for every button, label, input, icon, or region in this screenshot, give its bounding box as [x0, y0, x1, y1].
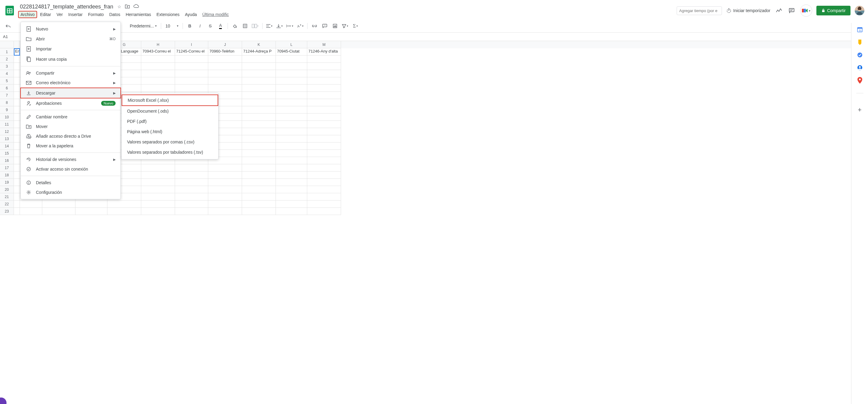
cell[interactable]	[141, 186, 175, 193]
cell[interactable]	[307, 172, 341, 179]
cell[interactable]	[276, 128, 307, 135]
merge-button[interactable]: ▾	[251, 22, 260, 30]
row-header[interactable]: 21	[0, 193, 14, 201]
cell[interactable]	[242, 77, 276, 85]
font-select[interactable]: Predetermi...▾	[128, 23, 158, 29]
cell[interactable]	[276, 208, 307, 215]
cell[interactable]	[242, 56, 276, 63]
col-header[interactable]: K	[242, 41, 276, 48]
link-button[interactable]	[310, 22, 319, 30]
font-size-select[interactable]: 10▾	[163, 23, 180, 29]
cell[interactable]	[276, 186, 307, 193]
cell[interactable]	[14, 56, 20, 63]
cell[interactable]	[175, 70, 208, 77]
cell[interactable]	[276, 106, 307, 114]
cell[interactable]	[14, 121, 20, 128]
chart-button[interactable]	[331, 22, 340, 30]
row-header[interactable]: 19	[0, 179, 14, 186]
addons-button[interactable]: +	[858, 106, 862, 114]
cell[interactable]	[14, 157, 20, 164]
row-header[interactable]: 5	[0, 77, 14, 85]
cell[interactable]	[175, 56, 208, 63]
cell[interactable]	[14, 92, 20, 99]
cell[interactable]	[14, 128, 20, 135]
row-header[interactable]: 23	[0, 208, 14, 215]
cloud-icon[interactable]	[133, 4, 139, 9]
cell[interactable]	[307, 70, 341, 77]
cell[interactable]	[307, 121, 341, 128]
cell[interactable]	[107, 201, 141, 208]
move-icon[interactable]	[125, 4, 130, 9]
menu-approvals[interactable]: Aprobaciones Nuevo	[21, 98, 120, 108]
cell[interactable]	[175, 85, 208, 92]
cell[interactable]	[208, 186, 242, 193]
submenu-xlsx[interactable]: Microsoft Excel (.xlsx)	[122, 94, 218, 106]
submenu-pdf[interactable]: PDF (.pdf)	[122, 116, 218, 126]
row-header[interactable]: 8	[0, 99, 14, 106]
row-header[interactable]: 15	[0, 150, 14, 157]
row-header[interactable]: 20	[0, 186, 14, 193]
cell[interactable]	[242, 114, 276, 121]
row-header[interactable]: 2	[0, 56, 14, 63]
row-header[interactable]: 11	[0, 121, 14, 128]
col-header[interactable]: L	[276, 41, 307, 48]
cell[interactable]	[276, 56, 307, 63]
cell[interactable]	[208, 63, 242, 70]
cell[interactable]	[14, 77, 20, 85]
cell[interactable]	[307, 92, 341, 99]
cell[interactable]	[242, 157, 276, 164]
cell[interactable]	[276, 70, 307, 77]
col-header[interactable]	[14, 41, 20, 48]
cell[interactable]	[208, 172, 242, 179]
cell[interactable]	[14, 135, 20, 143]
meet-button[interactable]: ▾	[800, 4, 812, 17]
cell[interactable]	[276, 201, 307, 208]
cell[interactable]	[242, 164, 276, 172]
cell[interactable]	[307, 143, 341, 150]
cell[interactable]	[141, 77, 175, 85]
cell[interactable]	[242, 70, 276, 77]
cell[interactable]	[242, 92, 276, 99]
menu-editar[interactable]: Editar	[38, 11, 54, 18]
cell[interactable]	[307, 201, 341, 208]
halign-button[interactable]: ▾	[265, 22, 274, 30]
italic-button[interactable]: I	[195, 22, 205, 30]
cell[interactable]	[242, 63, 276, 70]
cell[interactable]	[276, 121, 307, 128]
cell[interactable]	[208, 77, 242, 85]
cell[interactable]	[276, 143, 307, 150]
cell[interactable]	[242, 150, 276, 157]
cell[interactable]	[307, 77, 341, 85]
cell[interactable]	[242, 128, 276, 135]
cell[interactable]	[276, 99, 307, 106]
sheets-logo[interactable]	[4, 4, 16, 17]
cell[interactable]	[242, 85, 276, 92]
cell[interactable]	[141, 70, 175, 77]
strike-button[interactable]: S	[206, 22, 215, 30]
cell[interactable]	[141, 179, 175, 186]
cell[interactable]	[242, 193, 276, 201]
cell[interactable]	[42, 208, 75, 215]
cell[interactable]	[107, 208, 141, 215]
menu-settings[interactable]: Configuración	[21, 187, 120, 197]
cell[interactable]	[14, 106, 20, 114]
cell[interactable]	[208, 179, 242, 186]
calendar-icon[interactable]: 31	[857, 27, 863, 33]
row-header[interactable]: 7	[0, 92, 14, 99]
cell[interactable]	[276, 172, 307, 179]
row-header[interactable]: 18	[0, 172, 14, 179]
cell[interactable]	[276, 135, 307, 143]
menu-import[interactable]: Importar	[21, 44, 120, 54]
share-button[interactable]: Compartir	[816, 6, 850, 16]
cell[interactable]	[307, 150, 341, 157]
menu-open[interactable]: Abrir ⌘O	[21, 34, 120, 44]
col-header[interactable]: H	[141, 41, 175, 48]
col-header[interactable]: I	[175, 41, 208, 48]
wrap-button[interactable]: ▾	[285, 22, 294, 30]
cell[interactable]	[14, 186, 20, 193]
cell[interactable]	[208, 85, 242, 92]
cell[interactable]	[14, 143, 20, 150]
row-header[interactable]: 4	[0, 70, 14, 77]
menu-shortcut[interactable]: Añadir acceso directo a Drive	[21, 131, 120, 141]
cell[interactable]	[141, 85, 175, 92]
